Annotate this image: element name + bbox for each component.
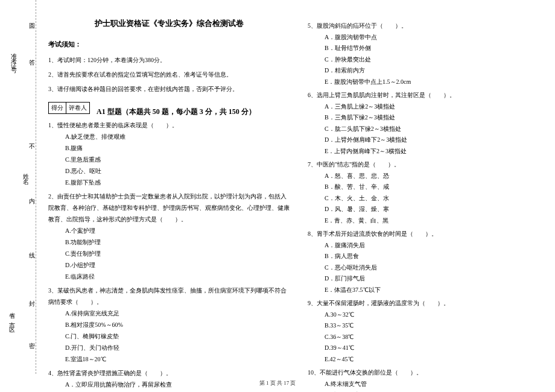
question-text: 8、胃手术后开始进流质饮食的时间是（ ）。	[308, 229, 549, 240]
option: E.42～45℃	[308, 354, 549, 365]
option: B.功能制护理	[48, 236, 290, 248]
option: D.小组护理	[48, 259, 290, 271]
option: D.恶心、呕吐	[48, 165, 290, 177]
question-9: 9、大量不保留灌肠时，灌肠液的温度常为（ ）。 A.30～32℃ B.33～35…	[308, 298, 549, 365]
option: A.个案护理	[48, 225, 290, 236]
option: D．肛门排气后	[308, 273, 549, 285]
option: D．上臂外侧肩峰下2～3横指处	[308, 134, 549, 146]
option: C.门、椅脚钉橡皮垫	[48, 330, 290, 342]
option: A．腹股沟韧带中点	[308, 32, 549, 43]
option: D．风、暑、湿、燥、寒	[308, 204, 549, 215]
question-2: 2、由责任护士和其辅助护士负责一定数量患者从入院到出院，以护理计划为内容，包括入…	[48, 191, 290, 282]
question-text: 1、慢性便秘患者最主要的临床表现是（ ）。	[48, 119, 290, 131]
option: C．木、火、土、金、水	[308, 193, 549, 204]
option: E．上臂内侧肩峰下2～3横指处	[308, 146, 549, 157]
option: C.里急后重感	[48, 154, 290, 165]
question-7: 7、中医的"情志"指的是（ ）。 A．怒、喜、思、悲、恐 B．酸、苦、甘、辛、咸…	[308, 159, 549, 226]
option: C.36～38℃	[308, 332, 549, 343]
option: B．耻骨结节外侧	[308, 43, 549, 54]
score-cell-label: 得分	[48, 102, 66, 114]
option: C．肿块最突出处	[308, 54, 549, 66]
option: D.39～41℃	[308, 343, 549, 354]
question-3: 3、某破伤风患者，神志清楚，全身肌肉阵发性痉挛、抽搐，所住病室环境下列哪项不符合…	[48, 285, 290, 365]
option: E．青、赤、黄、白、黑	[308, 215, 549, 227]
province-label: 省（市区）	[7, 308, 16, 332]
option: B．病人思食	[308, 251, 549, 262]
name-label: 姓名	[21, 169, 30, 179]
option: C.责任制护理	[48, 248, 290, 259]
column-left: 护士职业资格证《专业实务》综合检测试卷 考试须知： 1、考试时间：120分钟，本…	[48, 18, 290, 392]
instruction-2: 2、请首先按要求在试卷的指定位置填写您的姓名、准考证号等信息。	[48, 68, 290, 81]
option: B.33～35℃	[308, 320, 549, 332]
option: A．怒、喜、思、悲、恐	[308, 171, 549, 182]
binding-margin: 圆 答 不 内 线 封 密 准考证号 姓名 省（市区）	[0, 0, 36, 374]
option: B.呼吸性细支气管	[308, 390, 549, 392]
exam-number-label: 准考证号	[9, 48, 17, 68]
question-6: 6、选用上臂三角肌肌肉注射时，其注射区是（ ）。 A．三角肌上缘2～3横指处 B…	[308, 90, 549, 157]
option: A．三角肌上缘2～3横指处	[308, 101, 549, 113]
instruction-1: 1、考试时间：120分钟，本卷满分为380分。	[48, 54, 290, 67]
option: B．三角肌下缘2～3横指处	[308, 112, 549, 124]
option: E．腹股沟韧带中点上1.5～2.0cm	[308, 77, 549, 88]
question-text: 10、不能进行气体交换的部位是（ ）。	[308, 367, 549, 379]
column-right: 5、腹股沟斜疝的疝环位于（ ）。 A．腹股沟韧带中点 B．耻骨结节外侧 C．肿块…	[308, 18, 549, 392]
question-text: 4、急性肾盂肾炎护理措施正确的是（ ）。	[48, 367, 290, 379]
question-8: 8、胃手术后开始进流质饮食的时间是（ ）。 A．腹痛消失后 B．病人思食 C．恶…	[308, 229, 549, 296]
question-text: 3、某破伤风患者，神志清楚，全身肌肉阵发性痉挛、抽搐，所住病室环境下列哪项不符合…	[48, 285, 290, 308]
question-text: 5、腹股沟斜疝的疝环位于（ ）。	[308, 21, 549, 32]
option: D.开门、关门动作轻	[48, 342, 290, 353]
option: C．恶心呕吐消失后	[308, 262, 549, 274]
option: A.保持病室光线充足	[48, 308, 290, 319]
option: B.相对湿度50%～60%	[48, 319, 290, 330]
question-text: 9、大量不保留灌肠时，灌肠液的温度常为（ ）。	[308, 298, 549, 309]
grader-cell-label: 评卷人	[66, 102, 90, 114]
option: B.腹痛	[48, 142, 290, 154]
exam-title: 护士职业资格证《专业实务》综合检测试卷	[48, 18, 290, 29]
instruction-3: 3、请仔细阅读各种题目的回答要求，在密封线内答题，否则不予评分。	[48, 83, 290, 96]
option: E.临床路径	[48, 271, 290, 282]
option: E．体温在37.5℃以下	[308, 285, 549, 296]
section-a1-title: A1 型题（本题共 50 题，每小题 3 分，共 150 分）	[97, 107, 290, 117]
page-footer: 第 1 页 共 17 页	[0, 379, 555, 387]
option: D．精索前内方	[308, 65, 549, 77]
option: B．酸、苦、甘、辛、咸	[308, 182, 549, 193]
question-1: 1、慢性便秘患者最主要的临床表现是（ ）。 A.缺乏便意、排便艰难 B.腹痛 C…	[48, 119, 290, 188]
option: A.缺乏便意、排便艰难	[48, 131, 290, 142]
option: C．肱二头肌下缘2～3横指处	[308, 124, 549, 135]
option: E.室温18～20℃	[48, 353, 290, 365]
option: A．腹痛消失后	[308, 240, 549, 251]
question-text: 7、中医的"情志"指的是（ ）。	[308, 159, 549, 171]
notice-heading: 考试须知：	[48, 40, 290, 49]
option: A.30～32℃	[308, 309, 549, 321]
question-text: 6、选用上臂三角肌肌肉注射时，其注射区是（ ）。	[308, 90, 549, 101]
question-text: 2、由责任护士和其辅助护士负责一定数量患者从入院到出院，以护理计划为内容，包括入…	[48, 191, 290, 225]
option: E.腹部下坠感	[48, 177, 290, 188]
question-5: 5、腹股沟斜疝的疝环位于（ ）。 A．腹股沟韧带中点 B．耻骨结节外侧 C．肿块…	[308, 21, 549, 87]
